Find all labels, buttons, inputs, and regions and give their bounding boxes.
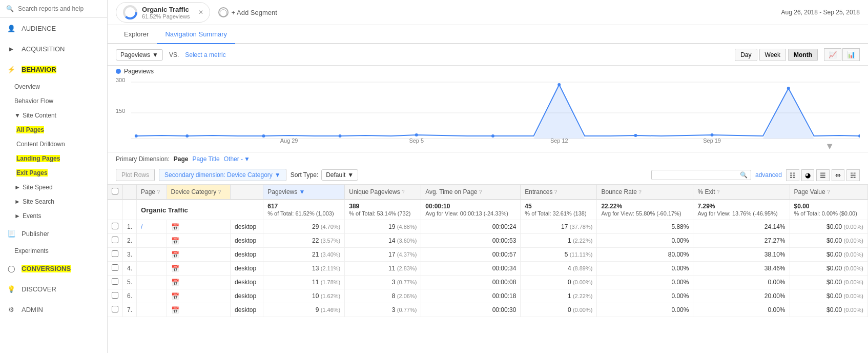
sidebar-item-discover[interactable]: 💡 DISCOVER bbox=[0, 279, 107, 299]
segment-close-icon[interactable]: ✕ bbox=[198, 9, 203, 16]
pie-view-button[interactable]: ◕ bbox=[801, 169, 814, 181]
primary-dim-label: Primary Dimension: bbox=[116, 155, 170, 163]
row-page[interactable] bbox=[137, 248, 167, 262]
row-page[interactable] bbox=[137, 289, 167, 303]
row-avg-time: 00:00:18 bbox=[421, 289, 521, 303]
row-pageviews: 10 (1.62%) bbox=[263, 289, 345, 303]
row-exit: 0.00% bbox=[693, 303, 790, 317]
select-all-checkbox[interactable] bbox=[112, 188, 118, 194]
sidebar-sub-site-speed[interactable]: ► Site Speed bbox=[0, 180, 107, 194]
th-entrances[interactable]: Entrances ? bbox=[521, 185, 597, 200]
row-checkbox[interactable] bbox=[108, 248, 123, 262]
th-pageviews[interactable]: Pageviews ▼ bbox=[263, 185, 345, 200]
sidebar-sub-experiments[interactable]: Experiments bbox=[0, 244, 107, 258]
sidebar-sub-events[interactable]: ► Events bbox=[0, 209, 107, 223]
th-unique-pageviews[interactable]: Unique Pageviews ? bbox=[345, 185, 421, 200]
table-row: 6. 📅 desktop 10 (1.62%) 8 (2.06%) 00:00:… bbox=[108, 289, 868, 303]
dim-page-title-link[interactable]: Page Title bbox=[192, 155, 219, 163]
table-search-input[interactable] bbox=[655, 171, 737, 179]
line-chart-button[interactable]: 📈 bbox=[824, 48, 841, 61]
svg-text:Sep 5: Sep 5 bbox=[409, 138, 424, 144]
add-segment-circle: ◯ bbox=[218, 7, 229, 17]
sidebar-sub-site-search[interactable]: ► Site Search bbox=[0, 194, 107, 209]
row-value: $0.00 (0.00%) bbox=[790, 220, 868, 234]
th-device-category[interactable]: Device Category ? bbox=[167, 185, 231, 200]
row-checkbox[interactable] bbox=[108, 262, 123, 276]
advanced-link[interactable]: advanced bbox=[755, 171, 782, 179]
table-search-icon[interactable]: 🔍 bbox=[740, 171, 748, 179]
custom-view-button[interactable]: ☵ bbox=[846, 169, 860, 181]
svg-point-15 bbox=[557, 83, 561, 86]
tab-navigation-summary[interactable]: Navigation Summary bbox=[157, 25, 235, 44]
th-page[interactable]: Page ? bbox=[137, 185, 167, 200]
week-button[interactable]: Week bbox=[759, 49, 786, 61]
date-range-buttons: Day Week Month bbox=[735, 49, 818, 61]
row-avg-time: 00:00:57 bbox=[421, 248, 521, 262]
sidebar-sub-site-content[interactable]: ▼ Site Content bbox=[0, 108, 107, 123]
metric-chevron-icon: ▼ bbox=[152, 51, 158, 58]
select-metric-link[interactable]: Select a metric bbox=[185, 51, 225, 58]
sidebar-item-conversions[interactable]: ◯ CONVERSIONS bbox=[0, 258, 107, 279]
th-num bbox=[123, 185, 137, 200]
sidebar-sub-behavior-flow[interactable]: Behavior Flow bbox=[0, 94, 107, 108]
row-device-icon: 📅 bbox=[167, 234, 231, 248]
table-search-box[interactable]: 🔍 bbox=[651, 170, 751, 180]
grid-view-button[interactable]: ☷ bbox=[786, 169, 799, 181]
dim-other-dropdown[interactable]: Other - ▼ bbox=[224, 155, 250, 163]
sidebar-sub-content-drilldown[interactable]: Content Drilldown bbox=[0, 137, 107, 151]
row-value: $0.00 (0.00%) bbox=[790, 248, 868, 262]
bar-chart-button[interactable]: 📊 bbox=[842, 48, 860, 61]
sidebar-item-publisher[interactable]: 📃 Publisher bbox=[0, 223, 107, 244]
row-page[interactable] bbox=[137, 262, 167, 276]
dim-page-link[interactable]: Page bbox=[174, 155, 189, 163]
day-button[interactable]: Day bbox=[735, 49, 757, 61]
sidebar-item-admin[interactable]: ⚙ ADMIN bbox=[0, 299, 107, 320]
row-value: $0.00 (0.00%) bbox=[790, 262, 868, 276]
sidebar-item-audience[interactable]: 👤 AUDIENCE bbox=[0, 18, 107, 38]
month-button[interactable]: Month bbox=[788, 49, 818, 61]
pivot-view-button[interactable]: ⇔ bbox=[832, 169, 844, 181]
th-bounce-rate[interactable]: Bounce Rate ? bbox=[597, 185, 693, 200]
row-device-icon: 📅 bbox=[167, 303, 231, 317]
th-pct-exit[interactable]: % Exit ? bbox=[693, 185, 790, 200]
th-page-value[interactable]: Page Value ? bbox=[790, 185, 868, 200]
secondary-dim-button[interactable]: Secondary dimension: Device Category ▼ bbox=[159, 169, 286, 181]
row-checkbox[interactable] bbox=[108, 276, 123, 289]
row-page[interactable]: / bbox=[137, 220, 167, 234]
sidebar-sub-all-pages[interactable]: All Pages bbox=[0, 123, 107, 137]
row-checkbox[interactable] bbox=[108, 220, 123, 234]
sidebar-sub-exit-pages[interactable]: Exit Pages bbox=[0, 166, 107, 180]
row-pageviews: 9 (1.46%) bbox=[263, 303, 345, 317]
row-checkbox[interactable] bbox=[108, 289, 123, 303]
row-page[interactable] bbox=[137, 276, 167, 289]
row-checkbox[interactable] bbox=[108, 303, 123, 317]
row-device: desktop bbox=[231, 276, 263, 289]
chart-annotation: ▼ bbox=[825, 141, 834, 151]
plot-rows-button[interactable]: Plot Rows bbox=[116, 169, 155, 181]
row-exit: 38.10% bbox=[693, 248, 790, 262]
metric-dropdown[interactable]: Pageviews ▼ bbox=[116, 49, 163, 61]
row-checkbox[interactable] bbox=[108, 234, 123, 248]
list-view-button[interactable]: ☰ bbox=[816, 169, 830, 181]
expand-right-icon: ► bbox=[14, 184, 20, 191]
th-avg-time[interactable]: Avg. Time on Page ? bbox=[421, 185, 521, 200]
row-exit: 20.00% bbox=[693, 289, 790, 303]
sort-type-dropdown[interactable]: Default ▼ bbox=[321, 169, 358, 181]
svg-point-18 bbox=[787, 87, 790, 90]
tab-explorer[interactable]: Explorer bbox=[116, 25, 157, 44]
sidebar-item-acquisition[interactable]: ► ACQUISITION bbox=[0, 38, 107, 59]
svg-text:Sep 19: Sep 19 bbox=[703, 138, 721, 144]
th-checkbox[interactable] bbox=[108, 185, 123, 200]
table-controls-row: Plot Rows Secondary dimension: Device Ca… bbox=[108, 166, 868, 185]
row-page[interactable] bbox=[137, 234, 167, 248]
search-bar[interactable]: 🔍 bbox=[0, 0, 107, 18]
row-page[interactable] bbox=[137, 303, 167, 317]
audience-label: AUDIENCE bbox=[22, 25, 56, 32]
search-input[interactable] bbox=[18, 5, 101, 12]
summary-unique-pv: 389 % of Total: 53.14% (732) bbox=[345, 200, 421, 220]
sidebar-sub-landing-pages[interactable]: Landing Pages bbox=[0, 151, 107, 166]
sidebar-item-behavior[interactable]: ⚡ BEHAVIOR bbox=[0, 59, 107, 80]
add-segment-button[interactable]: ◯ + Add Segment bbox=[218, 7, 277, 17]
svg-point-16 bbox=[634, 134, 637, 137]
sidebar-sub-overview[interactable]: Overview bbox=[0, 80, 107, 94]
